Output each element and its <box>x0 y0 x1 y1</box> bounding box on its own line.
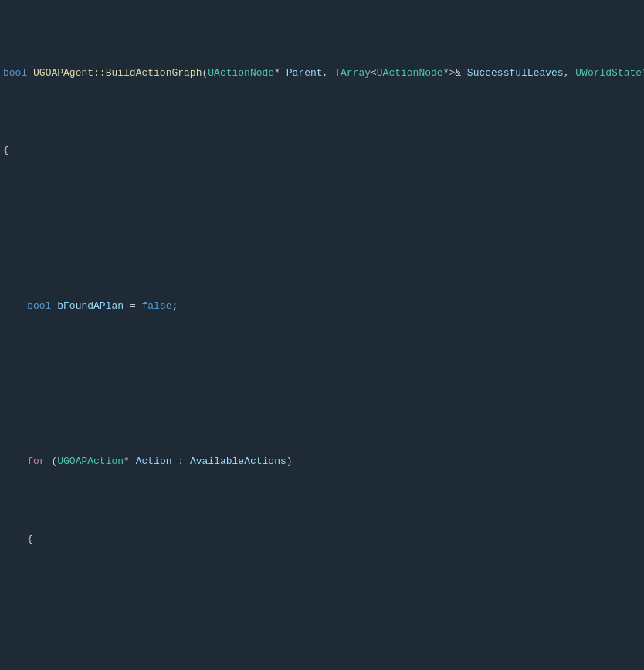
line-for-stmt: for (UGOAPAction* Action : AvailableActi… <box>0 454 644 469</box>
line-brace-open-1: { <box>0 143 644 158</box>
line-brace-open-2: { <box>0 532 644 547</box>
code-editor: bool UGOAPAgent::BuildActionGraph(UActio… <box>0 0 644 670</box>
line-signature: bool UGOAPAgent::BuildActionGraph(UActio… <box>0 66 644 81</box>
line-blank-3 <box>0 609 644 624</box>
line-bool-decl: bool bFoundAPlan = false; <box>0 299 644 314</box>
line-blank-1 <box>0 221 644 236</box>
line-blank-2 <box>0 376 644 391</box>
